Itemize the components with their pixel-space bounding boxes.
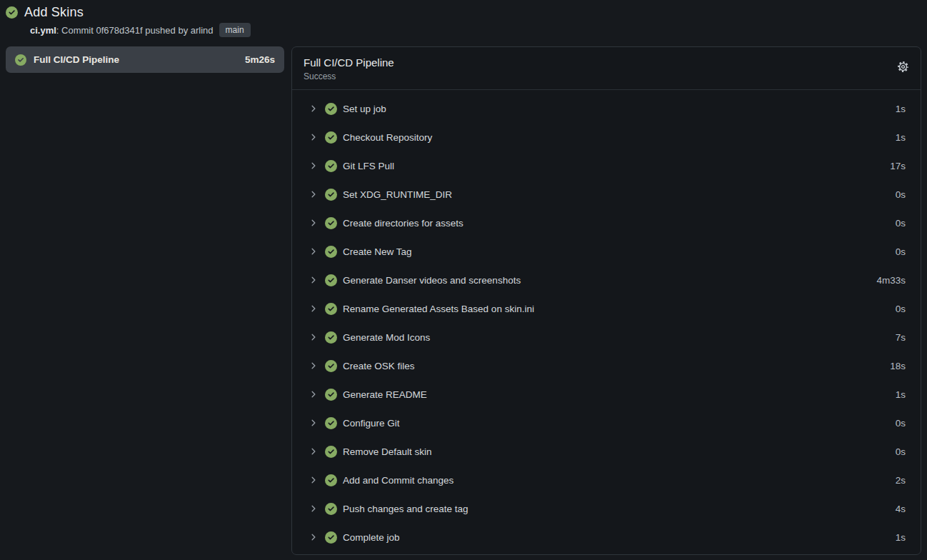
chevron-right-icon[interactable]	[309, 133, 318, 141]
step-success-icon	[325, 389, 337, 401]
step-row[interactable]: Generate Mod Icons 7s	[292, 323, 921, 351]
chevron-right-icon[interactable]	[309, 504, 318, 513]
step-row[interactable]: Configure Git 0s	[292, 409, 921, 437]
gear-icon	[897, 64, 909, 75]
step-row[interactable]: Checkout Repository 1s	[292, 123, 921, 151]
chevron-right-icon[interactable]	[309, 219, 318, 227]
step-row[interactable]: Push changes and create tag 4s	[292, 494, 921, 523]
job-detail-title: Full CI/CD Pipeline	[304, 56, 909, 69]
step-name: Generate Mod Icons	[343, 332, 430, 343]
step-name: Remove Default skin	[343, 446, 432, 457]
step-success-icon	[325, 474, 337, 486]
chevron-right-icon[interactable]	[309, 533, 318, 541]
step-success-icon	[325, 417, 337, 429]
step-success-icon	[325, 131, 337, 144]
commit-line: ci.yml: Commit 0f678d341f pushed by arli…	[30, 23, 920, 37]
step-duration: 0s	[896, 218, 906, 229]
step-success-icon	[325, 217, 337, 229]
step-duration: 1s	[896, 132, 906, 143]
step-name: Create New Tag	[343, 246, 412, 257]
step-name: Complete job	[343, 532, 400, 543]
chevron-right-icon[interactable]	[309, 419, 318, 427]
step-duration: 4m33s	[876, 275, 906, 286]
step-duration: 4s	[896, 504, 906, 514]
chevron-right-icon[interactable]	[309, 161, 318, 170]
step-name: Set up job	[343, 104, 386, 114]
step-duration: 0s	[896, 418, 906, 429]
run-header: Add Skins ci.yml: Commit 0f678d341f push…	[0, 0, 927, 37]
step-duration: 0s	[896, 246, 906, 257]
step-row[interactable]: Add and Commit changes 2s	[292, 466, 921, 494]
chevron-right-icon[interactable]	[309, 276, 318, 284]
step-success-icon	[325, 274, 337, 286]
chevron-right-icon[interactable]	[309, 190, 318, 199]
step-row[interactable]: Generate Danser videos and screenshots 4…	[292, 266, 921, 294]
step-success-icon	[325, 246, 337, 258]
chevron-right-icon[interactable]	[309, 447, 318, 456]
step-duration: 18s	[890, 361, 906, 371]
steps-list: Set up job 1s Checkout Repository 1s Git…	[292, 90, 921, 554]
step-row[interactable]: Generate README 1s	[292, 380, 921, 409]
step-name: Configure Git	[343, 418, 400, 429]
step-duration: 1s	[896, 532, 906, 543]
step-duration: 0s	[896, 446, 906, 457]
step-row[interactable]: Remove Default skin 0s	[292, 437, 921, 466]
step-success-icon	[325, 160, 337, 172]
step-duration: 7s	[896, 332, 906, 343]
chevron-right-icon[interactable]	[309, 104, 318, 113]
step-success-icon	[325, 103, 337, 115]
chevron-right-icon[interactable]	[309, 476, 318, 484]
step-name: Rename Generated Assets Based on skin.in…	[343, 304, 534, 314]
step-name: Checkout Repository	[343, 132, 432, 143]
step-duration: 1s	[896, 104, 906, 114]
step-success-icon	[325, 360, 337, 372]
step-name: Set XDG_RUNTIME_DIR	[343, 189, 452, 200]
step-name: Add and Commit changes	[343, 475, 454, 486]
step-success-icon	[325, 189, 337, 201]
step-row[interactable]: Create OSK files 18s	[292, 351, 921, 380]
chevron-right-icon[interactable]	[309, 304, 318, 313]
step-duration: 0s	[896, 304, 906, 314]
chevron-right-icon[interactable]	[309, 247, 318, 256]
workflow-file-name: ci.yml	[30, 25, 56, 36]
branch-badge[interactable]: main	[219, 23, 251, 37]
job-detail-panel: Full CI/CD Pipeline Success Set up job 1…	[291, 46, 921, 555]
step-row[interactable]: Set up job 1s	[292, 94, 921, 123]
step-name: Generate README	[343, 389, 427, 400]
step-duration: 2s	[896, 475, 906, 486]
chevron-right-icon[interactable]	[309, 333, 318, 341]
job-status-text: Success	[304, 71, 909, 82]
step-success-icon	[325, 531, 337, 544]
job-settings-button[interactable]	[897, 61, 909, 73]
step-row[interactable]: Git LFS Pull 17s	[292, 151, 921, 180]
step-name: Create OSK files	[343, 361, 415, 371]
step-name: Push changes and create tag	[343, 504, 468, 514]
run-title: Add Skins	[24, 5, 84, 20]
run-success-icon	[6, 6, 18, 19]
step-name: Create directories for assets	[343, 218, 464, 229]
job-success-icon	[15, 54, 26, 66]
jobs-sidebar: Full CI/CD Pipeline 5m26s	[6, 46, 284, 73]
job-name: Full CI/CD Pipeline	[34, 54, 119, 65]
step-name: Git LFS Pull	[343, 161, 394, 171]
step-success-icon	[325, 446, 337, 458]
step-row[interactable]: Create New Tag 0s	[292, 237, 921, 266]
chevron-right-icon[interactable]	[309, 361, 318, 370]
step-success-icon	[325, 503, 337, 515]
step-duration: 17s	[890, 161, 906, 171]
step-row[interactable]: Rename Generated Assets Based on skin.in…	[292, 294, 921, 323]
commit-summary: : Commit 0f678d341f pushed by arlind	[56, 25, 214, 36]
job-item-full-cicd-pipeline[interactable]: Full CI/CD Pipeline 5m26s	[6, 46, 284, 73]
step-duration: 0s	[896, 189, 906, 200]
step-duration: 1s	[896, 389, 906, 400]
chevron-right-icon[interactable]	[309, 390, 318, 399]
job-detail-header: Full CI/CD Pipeline Success	[292, 47, 921, 89]
step-success-icon	[325, 331, 337, 344]
step-row[interactable]: Complete job 1s	[292, 523, 921, 551]
step-name: Generate Danser videos and screenshots	[343, 275, 521, 286]
step-row[interactable]: Set XDG_RUNTIME_DIR 0s	[292, 180, 921, 209]
job-duration: 5m26s	[245, 54, 275, 65]
step-success-icon	[325, 303, 337, 315]
step-row[interactable]: Create directories for assets 0s	[292, 209, 921, 237]
